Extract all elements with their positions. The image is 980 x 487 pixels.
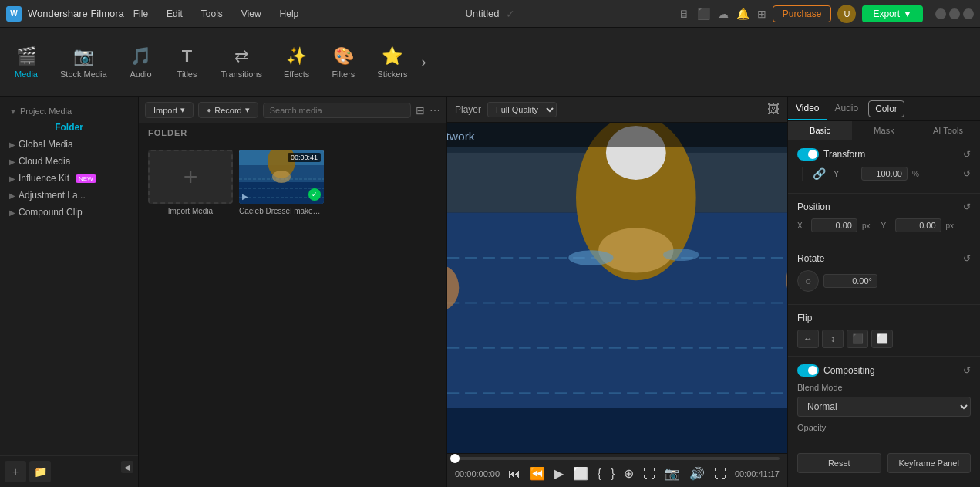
user-avatar[interactable]: U (837, 5, 856, 23)
sub-tab-ai-tools[interactable]: AI Tools (916, 121, 980, 140)
flip-vertical-button[interactable]: ↕ (822, 330, 844, 348)
tree-item-influence-kit[interactable]: ▶ Influence Kit NEW (3, 170, 135, 187)
tree-item-adjustment-layer[interactable]: ▶ Adjustment La... (3, 187, 135, 204)
tab-audio[interactable]: Audio (827, 97, 866, 120)
transform-toggle[interactable] (797, 148, 819, 161)
audio-icon: 🎵 (130, 46, 151, 66)
new-folder-button[interactable]: + (5, 461, 26, 482)
more-options-icon[interactable]: ⋯ (429, 104, 440, 117)
snapshot-button[interactable]: 📷 (665, 466, 680, 481)
title-right: 🖥 ⬛ ☁ 🔔 ⊞ Purchase U Export ▼ (679, 5, 974, 23)
tree-folder-label[interactable]: Folder (3, 119, 135, 136)
filter-icon[interactable]: ⊟ (416, 104, 425, 117)
menu-bar: File Edit Tools View Help (130, 7, 302, 21)
search-input[interactable] (263, 103, 411, 118)
tree-item-cloud-media[interactable]: ▶ Cloud Media (3, 153, 135, 170)
influence-kit-arrow: ▶ (9, 174, 15, 183)
reset-button[interactable]: Reset (797, 453, 881, 473)
transform-reset-icon[interactable]: ↺ (963, 149, 971, 160)
pos-y-label: Y (881, 222, 891, 230)
menu-tools[interactable]: Tools (198, 7, 226, 21)
toolbar-stock-media[interactable]: 📷 Stock Media (49, 40, 118, 85)
progress-handle[interactable] (450, 454, 460, 463)
position-y-input[interactable] (895, 218, 941, 232)
scale-y-reset[interactable]: ↺ (963, 168, 971, 179)
video-label: Caeleb Dressel makes ... (239, 207, 324, 215)
mark-out-button[interactable]: } (611, 467, 615, 481)
cloud-icon[interactable]: ☁ (718, 8, 729, 20)
collapse-panel-button[interactable]: ◀ (121, 461, 133, 473)
skip-back-button[interactable]: ⏮ (508, 467, 520, 481)
audio-button[interactable]: 🔊 (689, 466, 705, 481)
quality-select[interactable]: Full Quality 1/2 Quality 1/4 Quality (487, 102, 557, 117)
toolbar-titles[interactable]: T Titles (164, 40, 210, 85)
mark-in-button[interactable]: { (598, 467, 601, 481)
frame-back-button[interactable]: ⏪ (530, 466, 545, 481)
position-reset-icon[interactable]: ↺ (963, 201, 971, 212)
fullscreen-button[interactable]: ⛶ (643, 467, 655, 481)
grid-icon[interactable]: ⊞ (757, 8, 766, 20)
play-button[interactable]: ▶ (554, 466, 564, 481)
tree-item-compound-clip[interactable]: ▶ Compound Clip (3, 204, 135, 221)
flip-btn-4[interactable]: ⬜ (871, 330, 893, 348)
position-x-input[interactable] (811, 218, 857, 232)
media-item-import[interactable]: + Import Media (148, 150, 233, 479)
minimize-button[interactable] (935, 8, 946, 19)
import-button[interactable]: Import ▾ (145, 102, 194, 118)
video-clip-icon: ▶ (242, 192, 248, 201)
folder-button[interactable]: 📁 (29, 461, 51, 482)
record-button[interactable]: ● Record ▾ (198, 102, 258, 118)
tree-item-global-media[interactable]: ▶ Global Media (3, 136, 135, 153)
media-icon: 🎬 (16, 46, 37, 66)
tab-video[interactable]: Video (788, 97, 827, 120)
frame-icon[interactable]: ⬛ (697, 8, 710, 20)
toolbar-audio[interactable]: 🎵 Audio (118, 40, 164, 85)
keyframe-panel-button[interactable]: Keyframe Panel (887, 453, 972, 473)
toolbar-media[interactable]: 🎬 Media (3, 40, 49, 85)
right-tabs: Video Audio Color (788, 97, 980, 121)
bell-icon[interactable]: 🔔 (736, 8, 749, 20)
blend-mode-select[interactable]: Normal Multiply Screen Overlay (797, 397, 971, 417)
scale-y-input[interactable] (861, 167, 908, 181)
stickers-icon: ⭐ (382, 46, 402, 66)
compositing-toggle[interactable] (797, 364, 819, 377)
menu-file[interactable]: File (130, 7, 151, 21)
link-icon: 🔗 (813, 167, 826, 180)
scale-y-row: 🔗 Y % ↺ (813, 167, 971, 181)
import-label: Import Media (148, 207, 233, 215)
rotate-reset-icon[interactable]: ↺ (963, 253, 971, 264)
toolbar-stickers[interactable]: ⭐ Stickers (366, 40, 418, 85)
flip-btn-3[interactable]: ⬛ (847, 330, 868, 348)
toolbar-effects[interactable]: ✨ Effects (273, 40, 320, 85)
tab-color[interactable]: Color (868, 100, 904, 117)
sub-tab-basic[interactable]: Basic (788, 121, 852, 140)
preview-panel: Player Full Quality 1/2 Quality 1/4 Qual… (447, 97, 787, 487)
export-button[interactable]: Export ▼ (862, 5, 923, 22)
stop-button[interactable]: ⬜ (573, 466, 588, 481)
progress-bar[interactable] (455, 457, 780, 460)
menu-edit[interactable]: Edit (163, 7, 186, 21)
maximize-button[interactable] (949, 8, 960, 19)
zoom-preview-button[interactable]: ⛶ (714, 467, 726, 481)
add-to-timeline-button[interactable]: ⊕ (624, 466, 634, 481)
media-toolbar: Import ▾ ● Record ▾ ⊟ ⋯ (139, 97, 446, 123)
purchase-button[interactable]: Purchase (773, 5, 832, 22)
toolbar-filters[interactable]: 🎨 Filters (320, 40, 366, 85)
window-controls (935, 8, 974, 19)
bottom-buttons: Reset Keyframe Panel (788, 445, 980, 481)
compositing-reset-icon[interactable]: ↺ (963, 365, 971, 376)
close-button[interactable] (963, 8, 974, 19)
rotate-input[interactable] (823, 274, 877, 288)
preview-settings-icon[interactable]: 🖼 (767, 103, 780, 117)
toolbar-more-icon[interactable]: › (418, 54, 429, 70)
tree-item-project-media[interactable]: ▼ Project Media (3, 103, 135, 119)
media-item-video1[interactable]: 00:00:41 ✓ ▶ Caeleb Dressel makes ... (239, 150, 324, 479)
menu-view[interactable]: View (238, 7, 264, 21)
monitor-icon[interactable]: 🖥 (679, 8, 689, 20)
sub-tab-mask[interactable]: Mask (852, 121, 916, 140)
flip-horizontal-button[interactable]: ↔ (797, 330, 819, 348)
compound-clip-arrow: ▶ (9, 208, 15, 217)
toolbar-transitions[interactable]: ⇄ Transitions (210, 40, 273, 85)
menu-help[interactable]: Help (277, 7, 302, 21)
flip-section: Flip ↔ ↕ ⬛ ⬜ (788, 305, 980, 357)
